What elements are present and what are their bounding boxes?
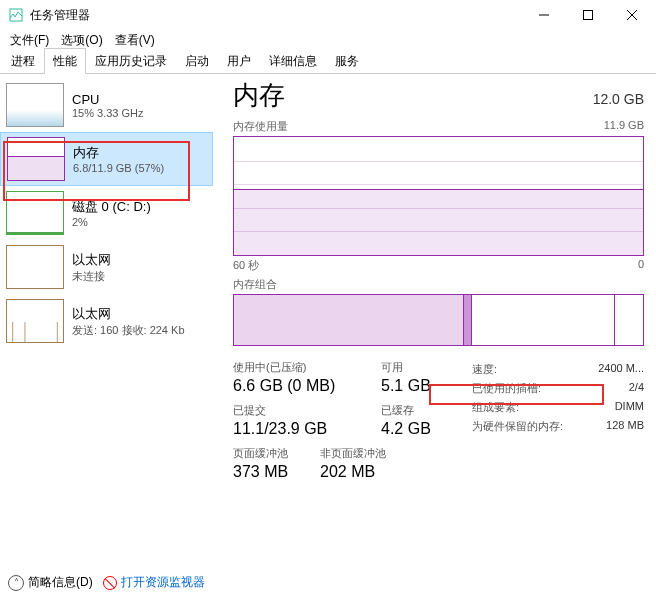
- memory-thumb: [7, 137, 65, 181]
- chevron-up-icon[interactable]: ˄: [8, 575, 24, 591]
- window-title: 任务管理器: [30, 7, 522, 24]
- titlebar: 任务管理器: [0, 0, 656, 30]
- tab-details[interactable]: 详细信息: [260, 48, 326, 74]
- spec-reserved: 为硬件保留的内存:128 MB: [472, 417, 644, 436]
- tabs: 进程 性能 应用历史记录 启动 用户 详细信息 服务: [0, 50, 656, 74]
- ethernet-thumb: [6, 299, 64, 343]
- stat-cached: 已缓存 4.2 GB: [381, 403, 431, 438]
- usage-graph-labels: 内存使用量 11.9 GB: [233, 119, 644, 134]
- tab-startup[interactable]: 启动: [176, 48, 218, 74]
- sidebar-item-cpu[interactable]: CPU 15% 3.33 GHz: [0, 78, 213, 132]
- sidebar-info: 磁盘 0 (C: D:) 2%: [72, 198, 151, 228]
- tab-services[interactable]: 服务: [326, 48, 368, 74]
- sidebar-item-sub: 发送: 160 接收: 224 Kb: [72, 323, 185, 338]
- stat-nonpaged: 非页面缓冲池 202 MB: [320, 446, 386, 481]
- total-memory: 12.0 GB: [593, 91, 644, 107]
- memory-composition-graph: [233, 294, 644, 346]
- sidebar-item-sub: 2%: [72, 216, 151, 228]
- sidebar-info: CPU 15% 3.33 GHz: [72, 92, 144, 119]
- close-button[interactable]: [610, 1, 654, 29]
- sidebar-item-sub: 未连接: [72, 269, 111, 284]
- sidebar-item-label: 以太网: [72, 305, 185, 323]
- composition-label: 内存组合: [233, 277, 277, 292]
- stat-paged: 页面缓冲池 373 MB: [233, 446, 320, 481]
- sidebar-item-label: 以太网: [72, 251, 111, 269]
- spec-form: 组成要素:DIMM: [472, 398, 644, 417]
- stat-value: 373 MB: [233, 463, 320, 481]
- sidebar-item-memory[interactable]: 内存 6.8/11.9 GB (57%): [0, 132, 213, 186]
- ethernet-thumb: [6, 245, 64, 289]
- stat-label: 页面缓冲池: [233, 446, 320, 461]
- tab-processes[interactable]: 进程: [2, 48, 44, 74]
- window-controls: [522, 1, 654, 29]
- sidebar-info: 内存 6.8/11.9 GB (57%): [73, 144, 164, 174]
- sidebar-item-label: 内存: [73, 144, 164, 162]
- tab-users[interactable]: 用户: [218, 48, 260, 74]
- stat-label: 使用中(已压缩): [233, 360, 363, 375]
- sidebar-item-label: CPU: [72, 92, 144, 107]
- comp-label-row: 内存组合: [233, 277, 644, 292]
- sidebar-item-ethernet-2[interactable]: 以太网 发送: 160 接收: 224 Kb: [0, 294, 213, 348]
- stat-value: 202 MB: [320, 463, 386, 481]
- cpu-thumb: [6, 83, 64, 127]
- maximize-button[interactable]: [566, 1, 610, 29]
- sidebar-item-disk[interactable]: 磁盘 0 (C: D:) 2%: [0, 186, 213, 240]
- sidebar-info: 以太网 未连接: [72, 251, 111, 284]
- stat-inuse: 使用中(已压缩) 6.6 GB (0 MB): [233, 360, 363, 395]
- stat-value: 6.6 GB (0 MB): [233, 377, 363, 395]
- specs: 速度:2400 M... 已使用的插槽:2/4 组成要素:DIMM 为硬件保留的…: [472, 360, 644, 489]
- stat-label: 已提交: [233, 403, 363, 418]
- footer: ˄ 简略信息(D) 打开资源监视器: [8, 574, 205, 591]
- disk-thumb: [6, 191, 64, 235]
- stat-committed: 已提交 11.1/23.9 GB: [233, 403, 363, 438]
- page-title: 内存: [233, 78, 285, 113]
- stat-label: 可用: [381, 360, 431, 375]
- x-axis-labels: 60 秒 0: [233, 258, 644, 273]
- stat-value: 11.1/23.9 GB: [233, 420, 363, 438]
- spec-speed: 速度:2400 M...: [472, 360, 644, 379]
- resource-monitor-link[interactable]: 打开资源监视器: [103, 574, 205, 591]
- stat-available: 可用 5.1 GB: [381, 360, 431, 395]
- app-icon: [8, 7, 24, 23]
- sidebar-item-ethernet-1[interactable]: 以太网 未连接: [0, 240, 213, 294]
- main-header: 内存 12.0 GB: [233, 78, 644, 113]
- resource-monitor-icon: [103, 576, 117, 590]
- stat-label: 非页面缓冲池: [320, 446, 386, 461]
- menubar: 文件(F) 选项(O) 查看(V): [0, 30, 656, 50]
- brief-info-link[interactable]: 简略信息(D): [28, 574, 93, 591]
- usage-label: 内存使用量: [233, 119, 288, 134]
- minimize-button[interactable]: [522, 1, 566, 29]
- x-right: 0: [638, 258, 644, 273]
- content: CPU 15% 3.33 GHz 内存 6.8/11.9 GB (57%) 磁盘…: [0, 74, 656, 558]
- x-left: 60 秒: [233, 258, 259, 273]
- stats-section: 使用中(已压缩) 6.6 GB (0 MB) 可用 5.1 GB 已提交 11.…: [233, 360, 644, 489]
- main-panel: 内存 12.0 GB 内存使用量 11.9 GB 60 秒 0 内存组合: [213, 74, 656, 558]
- sidebar-item-sub: 6.8/11.9 GB (57%): [73, 162, 164, 174]
- usage-max: 11.9 GB: [604, 119, 644, 134]
- sidebar-info: 以太网 发送: 160 接收: 224 Kb: [72, 305, 185, 338]
- svg-rect-2: [584, 11, 593, 20]
- stat-value: 5.1 GB: [381, 377, 431, 395]
- sidebar-item-label: 磁盘 0 (C: D:): [72, 198, 151, 216]
- sidebar-item-sub: 15% 3.33 GHz: [72, 107, 144, 119]
- spec-slots: 已使用的插槽:2/4: [472, 379, 644, 398]
- sidebar: CPU 15% 3.33 GHz 内存 6.8/11.9 GB (57%) 磁盘…: [0, 74, 213, 558]
- stat-label: 已缓存: [381, 403, 431, 418]
- stat-value: 4.2 GB: [381, 420, 431, 438]
- memory-usage-graph: [233, 136, 644, 256]
- tab-performance[interactable]: 性能: [44, 48, 86, 74]
- stats-left: 使用中(已压缩) 6.6 GB (0 MB) 可用 5.1 GB 已提交 11.…: [233, 360, 461, 489]
- tab-apphistory[interactable]: 应用历史记录: [86, 48, 176, 74]
